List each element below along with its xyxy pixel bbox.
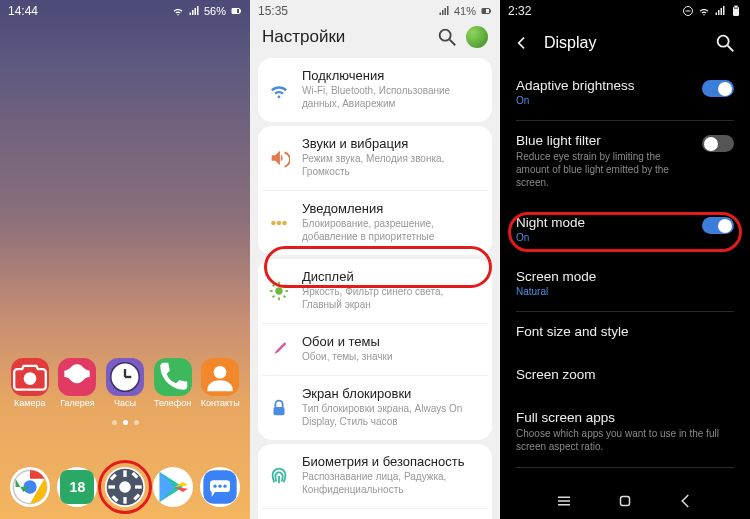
display-row[interactable]: Adaptive brightness On [500,66,750,120]
row-title: Font size and style [516,324,734,339]
settings-row-wifi[interactable]: Подключения Wi-Fi, Bluetooth, Использова… [262,58,488,122]
toggle-switch[interactable] [702,217,734,234]
battery-icon [230,5,242,17]
status-bar: 15:35 41% [250,0,500,22]
display-settings-pane: 2:32 Display Adaptive brightness [500,0,750,519]
status-battery: 56% [204,5,226,17]
app-contacts[interactable]: Контакты [198,358,242,408]
display-row[interactable]: Full screen apps Choose which apps you w… [500,398,750,467]
app-gallery[interactable]: Галерея [55,358,99,408]
page-title: Настройки [262,27,428,47]
settings-row-subtitle: Яркость, Фильтр синего света, Главный эк… [302,285,482,311]
toggle-switch[interactable] [702,80,734,97]
home-indicator-icon [112,420,117,425]
lock-icon [268,386,290,428]
row-subtitle: Choose which apps you want to use in the… [516,427,734,453]
settings-list-pane: 15:35 41% Настройки Подключения Wi-Fi, B… [250,0,500,519]
dock-play[interactable] [153,467,193,507]
app-phone[interactable]: Телефон [151,358,195,408]
home-dock: 18 [0,467,250,507]
app-label: Часы [114,398,136,408]
svg-line-43 [273,296,275,298]
settings-row-title: Уведомления [302,201,482,216]
battery-icon [730,5,742,17]
svg-rect-16 [108,485,115,488]
row-title: Full screen apps [516,410,734,425]
settings-row-sound[interactable]: Звуки и вибрация Режим звука, Мелодия зв… [262,126,488,190]
wall-icon [268,334,290,363]
dock-chrome[interactable] [10,467,50,507]
settings-card: Дисплей Яркость, Фильтр синего света, Гл… [258,259,492,440]
settings-card: Звуки и вибрация Режим звука, Мелодия зв… [258,126,492,255]
status-bar: 14:44 56% [0,0,250,22]
svg-line-51 [728,46,734,52]
svg-point-34 [282,221,287,226]
settings-row-wall[interactable]: Обои и темы Обои, темы, значки [262,323,488,375]
dock-messages[interactable] [200,467,240,507]
page-title: Display [544,34,700,52]
settings-row-display[interactable]: Дисплей Яркость, Фильтр синего света, Гл… [262,259,488,323]
settings-row-notif[interactable]: Уведомления Блокирование, разрешение, до… [262,190,488,255]
gallery-icon [58,358,96,396]
phone-icon [154,358,192,396]
sound-icon [268,136,290,178]
back-nav-button[interactable] [677,492,695,510]
profile-avatar[interactable] [466,26,488,48]
back-button[interactable] [514,35,530,51]
status-battery: 41% [454,5,476,17]
display-row[interactable]: Blue light filter Reduce eye strain by l… [500,121,750,203]
row-title: Screen zoom [516,367,734,382]
home-screen-pane: 14:44 56% Камера Галерея Часы Телефон [0,0,250,519]
recents-button[interactable] [555,492,573,510]
display-scroll[interactable]: Adaptive brightness On Blue light filter… [500,66,750,483]
app-label: Камера [14,398,45,408]
svg-rect-49 [734,9,738,15]
app-label: Телефон [154,398,191,408]
status-time: 15:35 [258,4,438,18]
display-row[interactable]: Screen timeout After 30 seconds of inact… [500,468,750,483]
svg-line-40 [273,285,275,287]
display-icon [268,269,290,311]
svg-point-8 [214,366,227,379]
row-title: Blue light filter [516,133,692,148]
display-row[interactable]: Font size and style [500,312,750,355]
home-button[interactable] [616,492,634,510]
svg-rect-55 [620,497,629,506]
settings-row-title: Биометрия и безопасность [302,454,482,469]
settings-scroll[interactable]: Подключения Wi-Fi, Bluetooth, Использова… [250,54,500,519]
svg-point-13 [119,481,131,493]
settings-card: Подключения Wi-Fi, Bluetooth, Использова… [258,58,492,122]
app-camera[interactable]: Камера [8,358,52,408]
settings-row-title: Звуки и вибрация [302,136,482,151]
svg-point-25 [219,485,222,488]
do-not-disturb-icon [682,5,694,17]
contacts-icon [201,358,239,396]
search-button[interactable] [436,26,458,48]
dock-calendar[interactable]: 18 [57,467,97,507]
settings-row-subtitle: Wi-Fi, Bluetooth, Использование данных, … [302,84,482,110]
svg-rect-44 [274,407,285,415]
display-row[interactable]: Night mode On [500,203,750,257]
svg-rect-1 [240,10,241,12]
svg-point-26 [224,485,227,488]
camera-icon [11,358,49,396]
page-dot [123,420,128,425]
bio-icon [268,454,290,496]
display-row[interactable]: Screen mode Natural [500,257,750,311]
toggle-switch[interactable] [702,135,734,152]
search-button[interactable] [714,32,736,54]
svg-point-30 [440,30,451,41]
display-row[interactable]: Screen zoom [500,355,750,398]
settings-row-cloud[interactable]: Учетные записи и архивация Samsung Cloud… [262,508,488,519]
signal-icon [714,5,726,17]
settings-row-bio[interactable]: Биометрия и безопасность Распознавание л… [262,444,488,508]
settings-row-lock[interactable]: Экран блокировки Тип блокировки экрана, … [262,375,488,440]
wifi-icon [698,5,710,17]
row-value: On [516,95,692,106]
svg-point-32 [271,221,276,226]
dock-settings[interactable] [105,467,145,507]
settings-row-subtitle: Распознавание лица, Радужка, Конфиденциа… [302,470,482,496]
app-clock[interactable]: Часы [103,358,147,408]
settings-row-subtitle: Блокирование, разрешение, добавление в п… [302,217,482,243]
settings-row-title: Дисплей [302,269,482,284]
